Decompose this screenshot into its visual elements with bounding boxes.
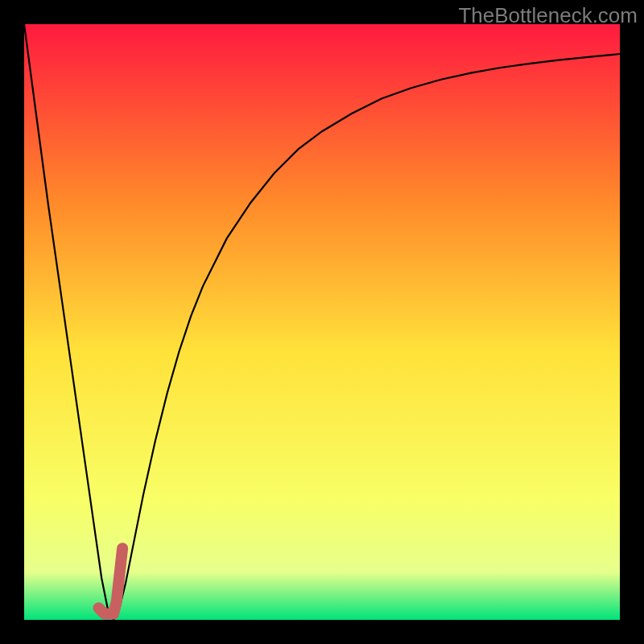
chart-frame: TheBottleneck.com [0, 0, 644, 644]
chart-plot-area [24, 24, 620, 620]
chart-svg [24, 24, 620, 620]
bottleneck-curve [24, 24, 620, 620]
watermark-text: TheBottleneck.com [458, 3, 638, 28]
